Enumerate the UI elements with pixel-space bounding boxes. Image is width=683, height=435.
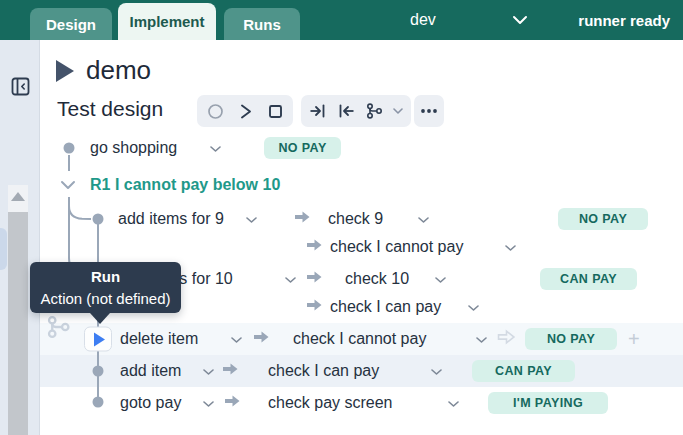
chevron-down-icon[interactable] — [246, 210, 257, 228]
test-header: demo — [56, 55, 151, 86]
tab-runs[interactable]: Runs — [224, 8, 300, 40]
run-step-button[interactable] — [84, 327, 112, 352]
tab-runs-label: Runs — [243, 16, 281, 33]
page-title: demo — [86, 55, 151, 86]
chevron-down-icon[interactable] — [60, 176, 76, 194]
panel-resize-handle[interactable] — [0, 228, 7, 270]
section-title: Test design — [57, 97, 163, 121]
arrow-right-icon — [222, 361, 239, 381]
branch-button[interactable] — [365, 102, 383, 120]
tooltip-subtitle: Action (not defined) — [30, 288, 181, 309]
environment-dropdown[interactable]: dev — [410, 0, 436, 40]
action-label[interactable]: add item — [120, 362, 181, 380]
runner-status: runner ready — [578, 0, 670, 40]
step-controls-group — [301, 95, 411, 127]
add-check-plus-icon[interactable]: + — [628, 328, 640, 351]
chevron-down-icon[interactable] — [448, 394, 459, 412]
branch-chevron-down-icon[interactable] — [393, 107, 403, 115]
action-label[interactable]: go shopping — [90, 139, 177, 157]
play-icon[interactable] — [56, 60, 74, 82]
chevron-down-icon[interactable] — [203, 362, 214, 380]
chevron-down-icon[interactable] — [435, 270, 446, 288]
check-label[interactable]: check I can pay — [268, 362, 379, 380]
left-sidebar — [0, 40, 40, 435]
rule-label[interactable]: R1 I cannot pay below 10 — [90, 176, 280, 194]
run-tooltip: Run Action (not defined) — [30, 262, 181, 313]
tab-implement[interactable]: Implement — [118, 3, 216, 40]
play-button[interactable] — [238, 103, 253, 120]
action-label[interactable]: delete item — [120, 330, 198, 348]
chevron-down-icon[interactable] — [285, 270, 296, 288]
app-window: Design Implement Runs dev runner ready — [0, 0, 683, 435]
state-badge[interactable]: CAN PAY — [472, 360, 575, 382]
state-badge[interactable]: NO PAY — [264, 137, 341, 159]
tooltip-pointer — [90, 313, 110, 324]
tab-implement-label: Implement — [129, 13, 204, 30]
ellipsis-button[interactable] — [420, 108, 438, 114]
state-badge[interactable]: NO PAY — [525, 328, 617, 350]
action-label[interactable]: add items for 9 — [118, 210, 224, 228]
step-out-button[interactable] — [337, 102, 355, 120]
chevron-down-icon[interactable] — [505, 238, 516, 256]
row-go-shopping[interactable]: go shopping NO PAY — [40, 134, 683, 162]
state-badge[interactable]: I'M PAYING — [488, 392, 608, 414]
tab-design[interactable]: Design — [30, 8, 112, 40]
run-controls-group — [197, 95, 293, 127]
arrow-right-icon — [253, 329, 270, 349]
arrow-right-icon — [306, 269, 323, 289]
action-label[interactable]: goto pay — [120, 394, 181, 412]
row-check-i-cannot-pay[interactable]: check I cannot pay — [40, 233, 683, 261]
row-add-items-for-9[interactable]: add items for 9 check 9 NO PAY — [40, 205, 683, 233]
chevron-down-icon[interactable] — [512, 13, 528, 31]
row-goto-pay[interactable]: goto pay check pay screen I'M PAYING — [40, 387, 683, 419]
check-label[interactable]: check 10 — [345, 270, 409, 288]
row-rule-r1[interactable]: R1 I cannot pay below 10 — [40, 171, 683, 199]
tab-design-label: Design — [46, 16, 96, 33]
check-label[interactable]: check pay screen — [268, 394, 393, 412]
ghost-arrow-right-icon — [497, 329, 516, 350]
more-actions-group — [414, 95, 444, 127]
arrow-right-icon — [306, 237, 323, 257]
check-label[interactable]: check I cannot pay — [330, 238, 463, 256]
arrow-right-icon — [294, 209, 311, 229]
chevron-down-icon[interactable] — [418, 210, 429, 228]
play-icon — [94, 332, 105, 346]
step-into-button[interactable] — [309, 102, 327, 120]
chevron-down-icon[interactable] — [231, 330, 242, 348]
scrollbar-thumb[interactable] — [8, 212, 28, 435]
top-bar: Design Implement Runs dev runner ready — [0, 0, 683, 40]
check-label[interactable]: check I can pay — [330, 298, 441, 316]
check-label[interactable]: check I cannot pay — [293, 330, 426, 348]
chevron-down-icon[interactable] — [468, 298, 479, 316]
sidebar-scrollbar[interactable] — [8, 185, 28, 435]
runner-status-label: runner ready — [578, 12, 670, 29]
collapse-panel-icon[interactable] — [11, 77, 30, 96]
scroll-up-arrow-icon[interactable] — [11, 192, 25, 201]
state-badge[interactable]: CAN PAY — [540, 268, 637, 290]
row-delete-item[interactable]: delete item check I cannot pay NO PAY + — [40, 323, 683, 355]
stop-button[interactable] — [267, 103, 284, 120]
environment-label: dev — [410, 11, 436, 29]
tooltip-title: Run — [30, 266, 181, 288]
state-badge[interactable]: NO PAY — [558, 208, 648, 230]
chevron-down-icon[interactable] — [203, 394, 214, 412]
arrow-right-icon — [306, 297, 323, 317]
chevron-down-icon[interactable] — [210, 139, 221, 157]
chevron-down-icon[interactable] — [431, 362, 442, 380]
check-label[interactable]: check 9 — [328, 210, 383, 228]
record-button[interactable] — [207, 103, 224, 120]
row-add-item[interactable]: add item check I can pay CAN PAY — [40, 355, 683, 387]
chevron-down-icon[interactable] — [476, 330, 487, 348]
arrow-right-icon — [224, 393, 241, 413]
